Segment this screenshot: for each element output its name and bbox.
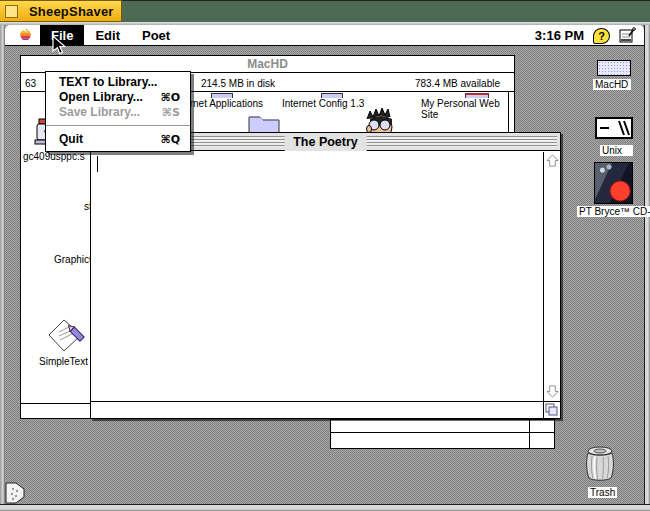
trash-icon-label[interactable]: Trash — [588, 487, 617, 498]
background-window-fragment[interactable] — [330, 419, 555, 449]
gc409usppc-label[interactable]: gc409usppc.s — [23, 151, 85, 162]
poetry-window[interactable]: The Poetry — [90, 132, 561, 419]
menu-poet[interactable]: Poet — [131, 25, 181, 46]
simpletext-label[interactable]: SimpleText — [39, 356, 88, 367]
item-internet-config[interactable]: Internet Config 1.3 — [282, 98, 364, 109]
machd-title: MacHD — [247, 57, 288, 71]
poetry-growbox[interactable] — [543, 401, 560, 418]
mac-desktop: MacHD 63 214.5 MB in disk 783.4 MB avail… — [5, 25, 644, 504]
menuitem-text-to-library[interactable]: TEXT to Library... — [46, 75, 190, 90]
hard-disk-icon[interactable] — [597, 60, 631, 76]
frame-bottom-edge — [0, 504, 650, 511]
application-menu-icon[interactable] — [619, 27, 636, 44]
emulator-tab-title: SheepShaver — [29, 4, 114, 19]
tab-window-button[interactable] — [5, 5, 18, 18]
machd-item-count: 63 — [25, 78, 36, 89]
machd-disk-used: 214.5 MB in disk — [201, 78, 275, 89]
poetry-text-area[interactable] — [91, 152, 543, 401]
emulator-tab[interactable]: SheepShaver — [0, 0, 122, 22]
menu-edit[interactable]: Edit — [84, 25, 131, 46]
sheepshaver-emulator: SheepShaver MacHD 63 214.5 MB in disk 78… — [0, 0, 650, 511]
machd-disk-available: 783.4 MB available — [415, 78, 500, 89]
desktop-icon-bryce[interactable]: PT Bryce™ CD-RO — [594, 162, 650, 217]
trash-can-icon[interactable] — [583, 445, 617, 483]
desktop-icon-unix[interactable]: Unix — [595, 117, 633, 156]
menu-separator — [46, 125, 190, 126]
unix-icon-label[interactable]: Unix — [600, 145, 633, 156]
menubar-clock: 3:16 PM — [535, 28, 584, 43]
unix-disk-icon[interactable] — [595, 117, 633, 139]
poetry-hscrollbar[interactable] — [91, 401, 543, 418]
scroll-down-arrow-icon[interactable] — [546, 385, 559, 398]
help-menu-icon[interactable]: ? — [593, 28, 610, 44]
bryce-cd-artwork-icon[interactable] — [594, 162, 633, 204]
poetry-title: The Poetry — [284, 133, 367, 151]
desktop-icon-machd[interactable]: MacHD — [597, 60, 631, 90]
scroll-up-arrow-icon[interactable] — [546, 154, 559, 167]
frame-right-edge — [644, 25, 650, 511]
item-my-personal-web-site[interactable]: My Personal Web Site — [421, 98, 514, 120]
menuitem-open-library[interactable]: Open Library... ⌘O — [46, 90, 190, 105]
apple-menu-icon[interactable] — [18, 27, 33, 44]
simpletext-icon[interactable] — [47, 318, 87, 360]
desktop-icon-trash[interactable]: Trash — [583, 445, 617, 498]
bryce-icon-label[interactable]: PT Bryce™ CD-RO — [577, 206, 650, 217]
menuitem-quit[interactable]: Quit ⌘Q — [46, 132, 190, 147]
menu-bar: File Edit Poet 3:16 PM ? — [5, 25, 644, 46]
partial-edge-icon[interactable] — [5, 482, 27, 504]
text-insertion-caret — [97, 156, 98, 172]
note-and-pencil-icon — [47, 318, 87, 356]
grow-box-icon — [544, 402, 559, 417]
mouse-cursor — [52, 35, 66, 55]
file-menu-dropdown: TEXT to Library... Open Library... ⌘O Sa… — [45, 71, 191, 152]
menuitem-save-library: Save Library... ⌘S — [46, 105, 190, 120]
machd-icon-label[interactable]: MacHD — [593, 79, 631, 90]
fragment-scrollbar-line — [331, 432, 554, 433]
fragment-growbox-divider — [529, 420, 530, 448]
poetry-vscrollbar[interactable] — [543, 152, 560, 401]
